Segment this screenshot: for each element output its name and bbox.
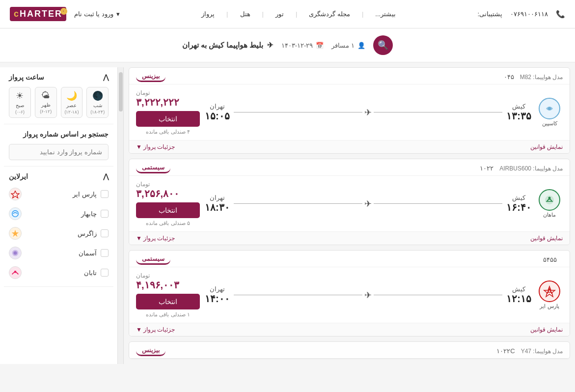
flight-2-dash-line [374, 203, 502, 204]
airline-logo-chabahar [9, 207, 22, 220]
calendar-icon: 📅 [316, 42, 324, 49]
flight-card-3-top: ۵۴۵۵ سیستمی [129, 251, 570, 267]
flight-2-number: ۱۰۲۲ [480, 165, 493, 172]
flight-1-airline-icon [539, 98, 560, 119]
nav-sep-2: | [296, 10, 297, 18]
flight-2-top-right: مدل هواپیما: AIRBUS600 ۱۰۲۲ [480, 165, 563, 172]
noon-range: (۶-۱۲) [40, 109, 52, 114]
search-button[interactable]: 🔍 [373, 35, 393, 55]
flight-1-dash-line [374, 112, 502, 112]
flight-1-route: کیش ۱۳:۳۵ ✈ تهران ۱۵:۰۵ [205, 103, 531, 122]
airline-name-parsair: پارس ایر [26, 191, 97, 198]
flight-1-arrival: تهران ۱۵:۰۵ [205, 103, 230, 122]
nav-hotel[interactable]: هتل [240, 10, 250, 18]
flight-3-departure: کیش ۱۲:۱۵ [506, 285, 531, 305]
flight-1-select-button[interactable]: انتخاب [136, 111, 200, 127]
flight-4-top-right: مدل هواپیما: Y47 ۱۰۲۲C [496, 347, 563, 355]
airline-item-taban[interactable]: تابان [9, 265, 109, 280]
svg-point-8 [13, 251, 17, 254]
night-range: (۱۸-۲۴) [90, 110, 105, 114]
airline-item-zagros[interactable]: زاگرس [9, 225, 109, 241]
flight-card-2: مدل هواپیما: AIRBUS600 ۱۰۲۲ سیستمی [129, 159, 570, 245]
taban-list-icon [11, 268, 20, 277]
search-plane-icon: ✈ [267, 41, 274, 50]
flight-card-1-body: کاسپین کیش ۱۳:۳۵ ✈ تهران [129, 84, 570, 140]
flight-card-1-top: مدل هواپیما: M82 ۰۴۵ بیزینس [129, 68, 570, 84]
flight-4-aircraft: مدل هواپیما: Y47 [521, 348, 563, 355]
flight-2-rules-link[interactable]: نمایش قوانین [530, 235, 563, 242]
time-btn-noon[interactable]: 🌤 ظهر (۶-۱۲) [35, 87, 57, 118]
chevron-up-icon-2: ⋀ [103, 172, 109, 180]
flight-card-1: مدل هواپیما: M82 ۰۴۵ بیزینس [129, 67, 570, 154]
flight-card-3: ۵۴۵۵ سیستمی [129, 250, 570, 336]
flight-4-badge: بیزینس [136, 346, 165, 356]
flight-1-rules-link[interactable]: نمایش قوانین [530, 143, 563, 150]
flight-card-4: مدل هواپیما: Y47 ۱۰۲۲C بیزینس [129, 341, 570, 359]
airline-item-aseman[interactable]: آسمان [9, 245, 109, 261]
airline-item-chabahar[interactable]: چابهار [9, 206, 109, 222]
flight-3-rules-link[interactable]: نمایش قوانین [530, 326, 563, 333]
noon-label: ظهر [41, 102, 51, 108]
flight-number-input[interactable] [9, 144, 109, 160]
flight-1-airline: کاسپین [536, 98, 563, 127]
flight-3-details-link[interactable]: جزئیات پرواز ▼ [136, 326, 175, 333]
flight-time-title: ⋀ ساعت پرواز [9, 73, 109, 81]
flight-1-number: ۰۴۵ [504, 73, 514, 81]
flight-1-seats: ۴ صندلی باقی مانده [136, 129, 200, 135]
aseman-list-icon [11, 249, 20, 257]
time-btn-night[interactable]: 🌑 شب (۱۸-۲۴) [86, 87, 109, 118]
flight-card-3-body: پارس ایر کیش ۱۲:۱۵ ✈ تهران [129, 267, 570, 323]
afternoon-range: (۱۲-۱۸) [64, 110, 79, 114]
flight-2-airline: ماهان [536, 189, 563, 218]
flight-2-details-link[interactable]: جزئیات پرواز ▼ [136, 235, 175, 242]
airline-checkbox-chabahar[interactable] [101, 210, 109, 218]
flight-2-dash-line2 [234, 203, 362, 204]
svg-point-4 [548, 197, 551, 199]
airlines-label: ایرلاین [9, 172, 28, 180]
flight-2-line: ✈ [234, 198, 503, 209]
flight-2-arrival: تهران ۱۸:۳۰ [205, 194, 230, 213]
morning-range: (۰-۶) [15, 110, 25, 114]
scrollbar-thumb[interactable] [119, 72, 123, 112]
nav-flight[interactable]: پرواز [201, 10, 215, 18]
airline-item-parsair[interactable]: پارس ایر [9, 186, 109, 202]
flight-card-2-footer: نمایش قوانین جزئیات پرواز ▼ [129, 231, 570, 245]
flight-1-aircraft: مدل هواپیما: M82 [520, 74, 563, 81]
airline-checkbox-parsair[interactable] [101, 190, 109, 198]
nav-sep-1: | [362, 10, 363, 18]
parsair-list-icon [11, 190, 20, 198]
flight-3-dash-line [374, 295, 502, 295]
zagros-list-icon [11, 229, 20, 238]
flight-2-plane-icon: ✈ [364, 198, 372, 209]
auth-section: 📞 ۰۷۶۹۱۰۰۶۱۱۸ پشتیبانی: [477, 10, 565, 19]
flight-3-line: ✈ [234, 290, 503, 301]
support-label: پشتیبانی: [477, 10, 502, 18]
nav-sep-4: | [226, 10, 228, 18]
flight-3-dep-city: کیش [506, 285, 531, 293]
time-btn-afternoon[interactable]: 🌙 عصر (۱۲-۱۸) [61, 87, 83, 118]
nav-more[interactable]: بیشتر... [375, 10, 396, 18]
airline-checkbox-taban[interactable] [101, 269, 109, 277]
airline-checkbox-zagros[interactable] [101, 229, 109, 237]
flight-3-select-button[interactable]: انتخاب [136, 294, 200, 309]
flight-1-details-link[interactable]: جزئیات پرواز ▼ [136, 143, 175, 150]
airlines-title: ⋀ ایرلاین [9, 172, 109, 180]
login-button[interactable]: ▾ ورود یا ثبت نام [74, 10, 120, 18]
nav-magazine[interactable]: مجله گردشگری [309, 10, 350, 18]
results-scroll[interactable]: مدل هواپیما: M82 ۰۴۵ بیزینس [129, 67, 570, 364]
svg-point-1 [548, 107, 551, 110]
time-btn-morning[interactable]: ☀ صبح (۰-۶) [9, 87, 31, 118]
flight-3-airline: پارس ایر [536, 280, 563, 309]
flight-2-price-section: تومان ۳,۲۵۶,۸۰۰ انتخاب ۵ صندلی باقی ماند… [136, 181, 200, 226]
header-right: ▾ ورود یا ثبت نام cHARTER · [10, 7, 120, 21]
airline-logo-taban [9, 266, 22, 279]
flight-1-dep-time: ۱۳:۳۵ [506, 110, 531, 122]
flight-2-select-button[interactable]: انتخاب [136, 202, 200, 218]
nav-tour[interactable]: تور [275, 10, 284, 18]
chevron-up-icon: ⋀ [103, 73, 109, 81]
login-label: ورود یا ثبت نام [74, 10, 113, 18]
airline-logo-zagros [9, 227, 22, 240]
airline-checkbox-aseman[interactable] [101, 249, 109, 257]
airline-name-zagros: زاگرس [26, 230, 97, 237]
flight-1-dash-line2 [234, 112, 362, 112]
